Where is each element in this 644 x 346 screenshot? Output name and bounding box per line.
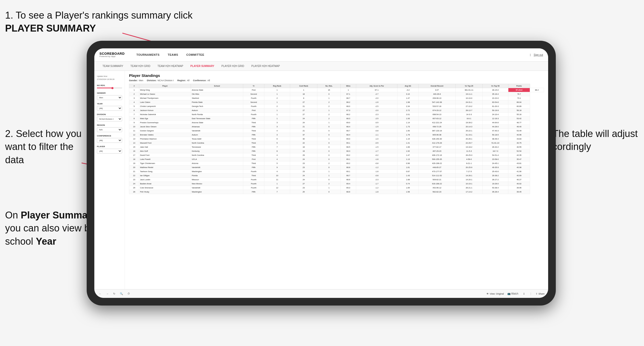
table-row: 1Wenyi DingArizona StateFirst1115167.1-3… [129,88,544,92]
logo-area: SCOREBOARD Powered by clippi [99,52,125,58]
nav-page-indicator: | [530,53,531,56]
logo-sub: Powered by clippi [99,55,125,58]
toolbar-watch-btn[interactable]: 📺 Watch [506,292,519,296]
filter-row: Gender: Men Division: NCAA Division I Re… [129,79,544,82]
table-row: 17David FordNorth CarolinaThird429069.2-… [129,153,544,157]
nav-item-teams[interactable]: TEAMS [164,48,182,62]
table-row: 6Jackson KoivunAuburnFirst127167.3-2.02.… [129,108,544,113]
filter-conference-value: All [208,79,210,82]
player-standings-table: # Player School Yr Reg Rank Conf Rank No… [129,84,544,194]
filter-region: Region: All [177,79,190,82]
toolbar-grid-btn[interactable]: ⋮ [529,292,533,296]
toolbar-clock-btn[interactable]: ⏱ [126,292,131,296]
col-vs-top50: Vs Top 50 [482,84,508,88]
toolbar-share-btn[interactable]: ⇧ Share [536,293,545,295]
toolbar-eye-icon: 👁 [486,293,489,295]
table-row: 2Michael Le SassoOle MissSecond118067.1-… [129,92,544,96]
table-row: 8Mats EgeEast Tennessee StateFifth124268… [129,117,544,121]
sidebar-player-select[interactable]: (All) [97,149,122,154]
sidebar-conference-label: Conference [97,135,122,137]
sub-nav-player-summary[interactable]: PLAYER SUMMARY [187,62,217,71]
sidebar-gender-select[interactable]: Men [97,95,122,100]
toolbar-view-label[interactable]: View: Original [490,293,504,295]
nav-right: | Sign out [530,53,543,56]
table-title-row: Player Standings [129,73,544,78]
filter-region-label: Region: [177,79,186,82]
sidebar-year-label: Year [97,103,122,105]
col-reg-rank: Reg Rank [264,84,290,88]
col-conf-rank: Conf Rank [290,84,317,88]
sub-nav-team-summary[interactable]: TEAM SUMMARY [99,62,126,71]
sidebar-player-section: Player (All) [97,145,122,154]
sidebar-gender-section: Gender Men [97,92,122,100]
sidebar-division-section: Division NCAA Division I [97,113,122,121]
sidebar-gender-label: Gender [97,92,122,94]
toolbar-refresh-btn[interactable]: ↻ [112,292,116,296]
sidebar-update-section: Update time: 27/03/2024 16:56:26 [97,75,122,81]
col-no-rds: No. Rds. [317,84,341,88]
sidebar: Update time: 27/03/2024 16:56:26 No Rds.… [94,71,125,289]
filter-region-value: All [187,79,189,82]
table-row: 15Jake HallTennesseeFifth718068.5-1.51.6… [129,145,544,149]
table-row: 12Brendan ValdesAuburnFifth337068.4-1.11… [129,133,544,137]
sidebar-no-rds-slider[interactable] [97,88,122,88]
sidebar-division-select[interactable]: NCAA Division I [97,117,122,121]
share-icon: ⇧ [536,293,538,295]
nav-item-committee[interactable]: COMMITTEE [182,48,209,62]
sign-out-link[interactable]: Sign out [534,53,543,56]
toolbar-back-btn[interactable]: ← [98,292,102,296]
share-label: Share [538,293,545,295]
table-row: 16Alex GoffKentuckyFifth819068.3-1.71.92… [129,149,544,153]
toolbar-view: 👁 View: Original [486,293,504,295]
col-yr: Yr [243,84,264,88]
toolbar-zoom-btn[interactable]: 🔍 [119,292,124,296]
col-avg-sg: Avg SG [397,84,418,88]
sub-nav-player-h2h-heatmap[interactable]: PLAYER H2H HEATMAP [248,62,283,71]
sidebar-no-rds-section: No Rds. [97,84,122,88]
table-row: 9Preston SummerhaysArizona StateThird324… [129,121,544,125]
annotation-step1: 1. To see a Player's rankings summary cl… [5,9,199,35]
filter-division-label: Division: [147,79,157,82]
table-row: 25Cole SherwoodVanderbiltFourth1223169.3… [129,186,544,190]
col-school: School [191,84,243,88]
filter-division-value: NCAA Division I [158,79,174,82]
sidebar-division-label: Division [97,113,122,116]
sub-nav-team-h2h-grid[interactable]: TEAM H2H GRID [127,62,153,71]
nav-item-tournaments[interactable]: TOURNAMENTS [132,48,164,62]
sidebar-conference-select[interactable]: (All) [97,138,122,143]
table-row: 11Gordon SargentVanderbiltThird421068.7-… [129,129,544,133]
nav-items: TOURNAMENTS TEAMS COMMITTEE [132,48,530,62]
col-vs-top25: Vs Top 25 [456,84,483,88]
bottom-toolbar: ← → ↻ 🔍 ⏱ 👁 View: Original 📺 Watch ⇓ ⋮ ⇧… [94,289,548,298]
filter-gender: Gender: Men [129,79,143,82]
table-row: 22Ian GilliganFloridaThird1024168.7-0.81… [129,174,544,178]
sidebar-region-section: Region N/A [97,124,122,132]
col-player: Player [139,84,191,88]
tablet-screen: SCOREBOARD Powered by clippi TOURNAMENTS… [94,48,548,298]
annotation-step2: 2. Select how you want to filter the dat… [5,127,84,167]
logo-title: SCOREBOARD [99,52,125,55]
annotation-step3: 3. The table will adjust accordingly [542,127,639,154]
sidebar-no-rds-label: No Rds. [97,84,122,87]
table-row: 26Petr HrubyWashingtonFifth725068.6-1.81… [129,190,544,194]
sidebar-region-select[interactable]: N/A [97,127,122,132]
table-row: 21Taehoon SongWashingtonFourth423169.1-1… [129,170,544,174]
filter-conference: Conference: All [193,79,210,82]
toolbar-forward-btn[interactable]: → [105,292,110,296]
table-row: 13Phichaksn MaichonTexas A&MThird630169.… [129,137,544,141]
sidebar-year-select[interactable]: (All) First Second Third Fourth Fifth [97,106,122,111]
sidebar-year-section: Year (All) First Second Third Fourth Fif… [97,103,122,111]
sidebar-conference-section: Conference (All) [97,135,122,143]
table-title: Player Standings [129,73,160,78]
col-overall-record: Overall Record [418,84,456,88]
top-nav: SCOREBOARD Powered by clippi TOURNAMENTS… [94,48,548,62]
table-row: 20Matthew RiedelVanderbiltFifth923068.8-… [129,165,544,170]
main-content: Update time: 27/03/2024 16:56:26 No Rds.… [94,71,548,289]
filter-conference-label: Conference: [193,79,207,82]
table-row: 23Jack LundinMissouriFourth1124068.6-2.3… [129,178,544,182]
table-row: 10Jacob Skov OlesenArkansasFifth321068.4… [129,125,544,129]
toolbar-download-btn[interactable]: ⇓ [522,292,526,296]
table-area: Player Standings Gender: Men Division: N… [125,71,548,289]
sub-nav-team-h2h-heatmap[interactable]: TEAM H2H HEATMAP [154,62,186,71]
sub-nav-player-h2h-grid[interactable]: PLAYER H2H GRID [218,62,247,71]
